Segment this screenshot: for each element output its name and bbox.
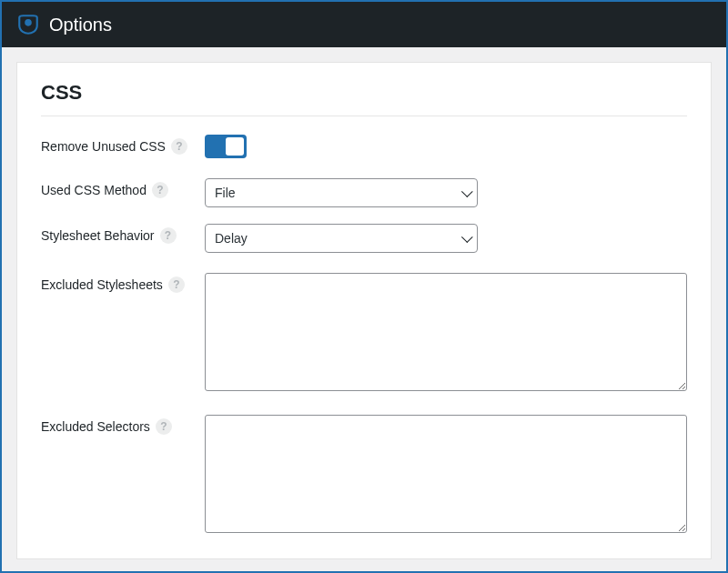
label-wrap: Remove Unused CSS ?: [41, 135, 205, 155]
row-excluded-selectors: Excluded Selectors ?: [41, 415, 687, 537]
content-wrap: CSS Remove Unused CSS ? Used CSS Method …: [2, 47, 726, 573]
label-used-css-method: Used CSS Method: [41, 183, 147, 197]
app-logo-icon: [16, 13, 40, 36]
control-wrap: [205, 273, 687, 395]
svg-point-0: [25, 20, 30, 25]
settings-panel: CSS Remove Unused CSS ? Used CSS Method …: [16, 62, 712, 559]
control-wrap: [205, 135, 687, 162]
label-wrap: Excluded Selectors ?: [41, 415, 205, 435]
row-remove-unused-css: Remove Unused CSS ?: [41, 135, 687, 162]
toggle-remove-unused-css[interactable]: [205, 135, 247, 158]
label-stylesheet-behavior: Stylesheet Behavior: [41, 228, 155, 243]
toggle-thumb: [226, 137, 244, 156]
label-excluded-stylesheets: Excluded Stylesheets: [41, 277, 163, 292]
help-icon[interactable]: ?: [160, 227, 177, 244]
label-wrap: Used CSS Method ?: [41, 178, 205, 198]
row-excluded-stylesheets: Excluded Stylesheets ?: [41, 273, 687, 395]
select-stylesheet-behavior[interactable]: Delay: [205, 224, 478, 253]
help-icon[interactable]: ?: [171, 138, 187, 155]
help-icon[interactable]: ?: [168, 276, 185, 293]
label-excluded-selectors: Excluded Selectors: [41, 419, 150, 434]
control-wrap: File: [205, 178, 687, 207]
help-icon[interactable]: ?: [156, 418, 172, 435]
section-title: CSS: [41, 81, 687, 116]
header-title: Options: [49, 15, 112, 35]
row-used-css-method: Used CSS Method ? File: [41, 178, 687, 207]
select-wrap: Delay: [205, 224, 478, 253]
label-wrap: Stylesheet Behavior ?: [41, 224, 205, 244]
textarea-excluded-selectors[interactable]: [205, 415, 687, 533]
control-wrap: Delay: [205, 224, 687, 253]
header-bar: Options: [2, 2, 726, 47]
textarea-excluded-stylesheets[interactable]: [205, 273, 687, 391]
help-icon[interactable]: ?: [152, 182, 168, 198]
select-wrap: File: [205, 178, 478, 207]
row-stylesheet-behavior: Stylesheet Behavior ? Delay: [41, 224, 687, 253]
select-used-css-method[interactable]: File: [205, 178, 478, 207]
label-remove-unused-css: Remove Unused CSS: [41, 139, 166, 154]
label-wrap: Excluded Stylesheets ?: [41, 273, 205, 293]
control-wrap: [205, 415, 687, 537]
